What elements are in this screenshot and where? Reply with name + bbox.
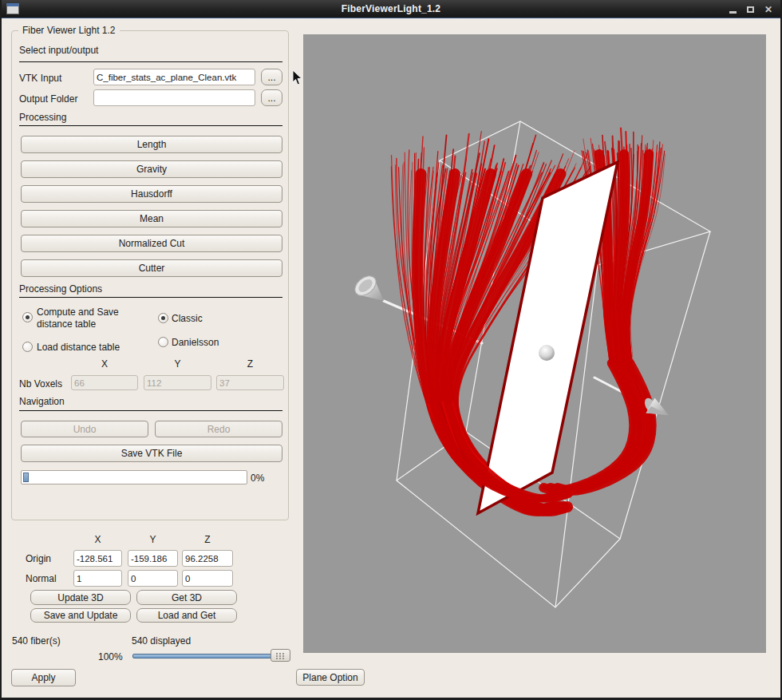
hausdorff-button[interactable]: Hausdorff [21, 185, 282, 203]
radio-load-table-label: Load distance table [37, 342, 120, 353]
app-window: FiberViewerLight_1.2 ✕ Fiber Viewer Ligh… [0, 0, 782, 700]
progress-percent-label: 0% [251, 473, 264, 484]
progress-chunk [23, 473, 29, 482]
radio-classic-label: Classic [172, 313, 203, 324]
plane-option-button[interactable]: Plane Option [296, 669, 365, 686]
mean-button[interactable]: Mean [21, 210, 282, 227]
radio-compute-save[interactable] [22, 312, 33, 322]
fiber-display-slider-track[interactable] [132, 654, 271, 658]
output-browse-button[interactable]: ... [261, 89, 282, 106]
update-3d-button[interactable]: Update 3D [30, 590, 131, 605]
output-folder-field[interactable] [93, 89, 255, 106]
fiber-count-label: 540 fiber(s) [12, 635, 61, 647]
normalized-cut-button[interactable]: Normalized Cut [21, 235, 282, 252]
voxels-x-field [71, 375, 138, 390]
output-folder-label: Output Folder [19, 93, 77, 105]
section-select-io: Select input/output [19, 45, 98, 56]
apply-button[interactable]: Apply [11, 669, 76, 686]
redo-button[interactable]: Redo [155, 421, 282, 437]
voxels-x-header: X [71, 358, 138, 370]
nb-voxels-label: Nb Voxels [19, 378, 62, 390]
section-processing-options: Processing Options [19, 283, 102, 295]
vtk-browse-button[interactable]: ... [261, 69, 282, 85]
close-button[interactable]: ✕ [764, 5, 772, 14]
cutter-button[interactable]: Cutter [21, 259, 282, 277]
origin-x-field[interactable] [73, 550, 122, 567]
render-viewport[interactable] [303, 34, 766, 653]
minimize-icon [729, 11, 737, 14]
displayed-count-label: 540 displayed [132, 635, 191, 647]
maximize-button[interactable] [747, 6, 754, 13]
section-processing: Processing [19, 112, 66, 123]
origin-z-field[interactable] [182, 550, 233, 567]
divider [19, 410, 282, 411]
3d-scene [303, 34, 766, 653]
gravity-button[interactable]: Gravity [21, 160, 282, 178]
mouse-cursor [292, 69, 305, 87]
vtk-input-field[interactable] [93, 69, 255, 85]
plane-z-header: Z [182, 534, 233, 545]
minimize-button[interactable] [729, 5, 737, 14]
window-title: FiberViewerLight_1.2 [0, 3, 782, 14]
save-and-update-button[interactable]: Save and Update [30, 608, 131, 623]
vtk-input-label: VTK Input [19, 73, 61, 84]
slider-percent-label: 100% [98, 651, 123, 662]
origin-y-field[interactable] [128, 550, 178, 567]
radio-compute-save-label: Compute and Save distance table [37, 306, 144, 330]
plane-x-header: X [73, 534, 122, 545]
voxels-y-header: Y [144, 358, 211, 370]
fiber-display-slider-handle[interactable] [271, 649, 290, 662]
load-and-get-button[interactable]: Load and Get [136, 608, 237, 623]
normal-x-field[interactable] [73, 570, 122, 587]
radio-load-table[interactable] [22, 342, 33, 352]
divider [19, 61, 282, 62]
window-icon[interactable] [6, 3, 19, 14]
get-3d-button[interactable]: Get 3D [136, 590, 237, 605]
voxels-y-field [144, 375, 211, 390]
divider [19, 297, 282, 298]
voxels-z-header: Z [216, 358, 284, 370]
radio-classic[interactable] [158, 313, 168, 323]
maximize-icon [747, 6, 754, 13]
progress-bar [21, 470, 247, 484]
undo-button[interactable]: Undo [21, 421, 148, 437]
divider [19, 125, 282, 126]
section-navigation: Navigation [19, 396, 65, 407]
radio-danielsson-label: Danielsson [172, 337, 219, 348]
plane-y-header: Y [128, 534, 178, 545]
voxels-z-field [216, 375, 284, 390]
radio-danielsson[interactable] [158, 337, 168, 347]
plane-origin-sphere[interactable] [539, 345, 555, 361]
normal-y-field[interactable] [128, 570, 178, 587]
groupbox-title: Fiber Viewer Light 1.2 [18, 25, 120, 36]
length-button[interactable]: Length [21, 136, 282, 153]
normal-z-field[interactable] [182, 570, 233, 587]
normal-label: Normal [26, 573, 57, 584]
save-vtk-button[interactable]: Save VTK File [21, 445, 282, 462]
origin-label: Origin [26, 553, 51, 564]
titlebar: FiberViewerLight_1.2 ✕ [0, 0, 782, 18]
